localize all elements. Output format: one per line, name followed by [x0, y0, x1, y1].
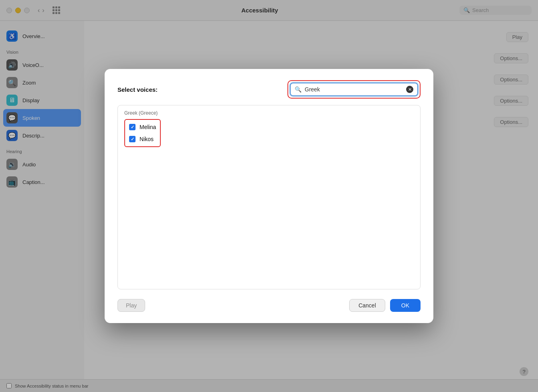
select-voices-modal: Select voices: 🔍 ✕ Greek (Greece) ✓ Meli… [105, 69, 433, 323]
nikos-checkbox[interactable]: ✓ [129, 136, 136, 142]
voice-item-melina[interactable]: ✓ Melina [128, 122, 157, 132]
melina-check-icon: ✓ [131, 125, 134, 130]
nikos-label: Nikos [140, 136, 154, 142]
modal-play-button[interactable]: Play [117, 299, 145, 312]
nikos-check-icon: ✓ [131, 137, 134, 142]
modal-footer: Play Cancel OK [117, 296, 421, 312]
search-clear-button[interactable]: ✕ [406, 86, 413, 93]
modal-search-field[interactable]: 🔍 ✕ [290, 83, 418, 96]
voice-item-nikos[interactable]: ✓ Nikos [128, 134, 157, 144]
melina-label: Melina [140, 124, 156, 130]
voice-group-label: Greek (Greece) [124, 110, 414, 116]
melina-checkbox[interactable]: ✓ [129, 124, 136, 130]
modal-cancel-button[interactable]: Cancel [349, 299, 385, 312]
modal-search-icon: 🔍 [295, 86, 301, 93]
modal-ok-button[interactable]: OK [390, 299, 421, 312]
voice-list-container: Greek (Greece) ✓ Melina ✓ Nikos [117, 105, 421, 289]
clear-icon: ✕ [408, 87, 412, 92]
modal-title: Select voices: [117, 86, 158, 93]
modal-footer-right: Cancel OK [349, 299, 421, 312]
modal-search-input[interactable] [305, 86, 403, 93]
search-field-highlight: 🔍 ✕ [287, 80, 421, 99]
modal-header: Select voices: 🔍 ✕ [117, 80, 421, 99]
voice-checkboxes-highlight: ✓ Melina ✓ Nikos [124, 119, 161, 147]
